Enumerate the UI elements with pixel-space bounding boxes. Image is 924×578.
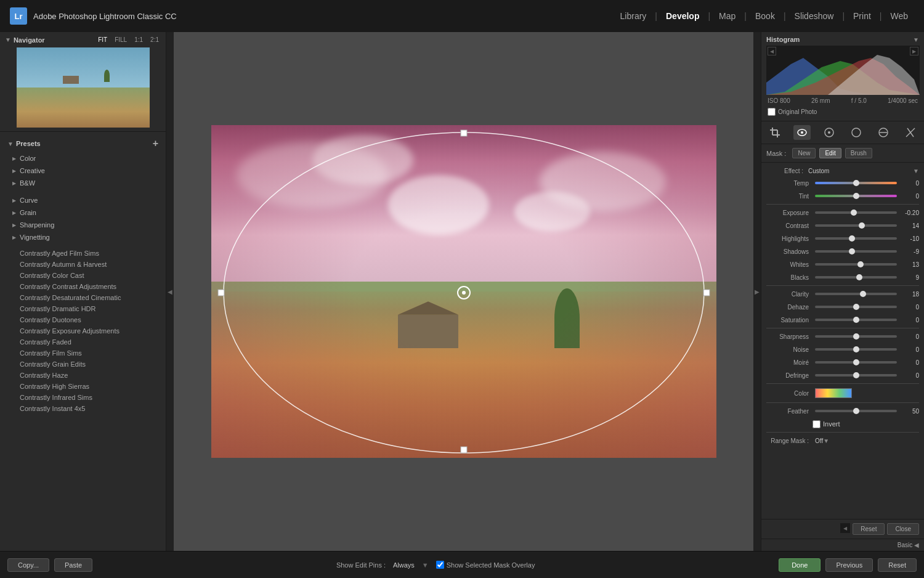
zoom-fill[interactable]: FILL (113, 36, 129, 44)
temp-slider[interactable] (815, 182, 897, 184)
mask-edit-button[interactable]: Edit (819, 148, 841, 158)
nav-library[interactable]: Library (614, 9, 653, 23)
moire-slider[interactable] (815, 361, 897, 364)
close-button[interactable]: Close (887, 523, 919, 535)
preset-item-14[interactable]: Contrastly Instant 4x5 (0, 403, 166, 414)
show-overlay-checkbox[interactable]: Show Selected Mask Overlay (436, 561, 535, 569)
original-photo-checkbox[interactable]: Original Photo (766, 107, 919, 117)
effect-dropdown-arrow[interactable]: ▼ (913, 168, 919, 174)
whites-slider[interactable] (815, 263, 897, 266)
sharpness-slider[interactable] (815, 335, 897, 338)
effect-row: Effect : Custom ▼ (766, 166, 919, 176)
shadow-warning[interactable]: ◀ (768, 47, 776, 55)
color-swatch[interactable] (815, 388, 852, 398)
preset-group-bw-header[interactable]: ▶ B&W (0, 177, 166, 189)
whites-row: Whites 13 (766, 259, 919, 270)
preset-item-12[interactable]: Contrastly High Sierras (0, 381, 166, 392)
nav-thumbnail[interactable] (17, 47, 150, 128)
highlights-slider[interactable] (815, 237, 897, 240)
main-layout: ▼ Navigator FIT FILL 1:1 2:1 (0, 32, 924, 551)
graduated-filter-tool[interactable] (821, 125, 838, 140)
exposure-slider[interactable] (815, 211, 897, 214)
preset-group-vignetting-header[interactable]: ▶ Vignetting (0, 232, 166, 243)
mask-brush-button[interactable]: Brush (845, 148, 872, 158)
paste-button[interactable]: Paste (54, 558, 92, 572)
preset-group-color: ▶ Color (0, 153, 166, 164)
svg-rect-4 (770, 129, 777, 131)
right-panel-collapse[interactable]: ▶ (753, 32, 761, 551)
clarity-slider[interactable] (815, 293, 897, 295)
feather-slider[interactable] (815, 410, 897, 412)
nav-web[interactable]: Web (884, 9, 914, 23)
noise-slider[interactable] (815, 348, 897, 351)
nav-print[interactable]: Print (847, 9, 877, 23)
zoom-fit[interactable]: FIT (96, 36, 109, 44)
app-name: Adobe Photoshop Lightroom Classic CC (33, 12, 177, 21)
invert-checkbox[interactable] (813, 420, 821, 428)
preset-group-color-header[interactable]: ▶ Color (0, 153, 166, 164)
contrast-slider[interactable] (815, 224, 897, 227)
adjustment-brush-tool[interactable] (848, 125, 865, 140)
nav-develop[interactable]: Develop (660, 9, 705, 23)
basic-section-label[interactable]: Basic ◀ (761, 539, 924, 551)
preset-group-sharpening-header[interactable]: ▶ Sharpening (0, 219, 166, 230)
camera-info: ISO 800 26 mm f / 5.0 1/4000 sec (766, 95, 919, 107)
preset-group-grain-header[interactable]: ▶ Grain (0, 207, 166, 218)
zoom-2to1[interactable]: 2:1 (148, 36, 161, 44)
photo-background (211, 125, 716, 458)
preset-item-4[interactable]: Contrastly Desaturated Cinematic (0, 292, 166, 303)
highlight-warning[interactable]: ▶ (910, 47, 918, 55)
zoom-1to1[interactable]: 1:1 (132, 36, 145, 44)
blacks-slider[interactable] (815, 276, 897, 279)
preset-item-5[interactable]: Contrastly Dramatic HDR (0, 303, 166, 314)
reset-image-button[interactable]: Reset (878, 558, 917, 572)
always-select[interactable]: Always (393, 561, 415, 569)
copy-button[interactable]: Copy... (7, 558, 49, 572)
preset-item-9[interactable]: Contrastly Film Sims (0, 348, 166, 359)
canvas-area[interactable] (174, 32, 753, 551)
defringe-slider[interactable] (815, 374, 897, 377)
radial-filter-tool[interactable] (793, 125, 811, 140)
nav-slideshow[interactable]: Slideshow (788, 9, 840, 23)
previous-button[interactable]: Previous (825, 558, 873, 572)
preset-group-creative-header[interactable]: ▶ Creative (0, 165, 166, 176)
preset-item-3[interactable]: Contrastly Contrast Adjustments (0, 281, 166, 292)
histogram-dropdown[interactable]: ▼ (913, 36, 919, 43)
preset-group-vignetting: ▶ Vignetting (0, 232, 166, 243)
preset-item-7[interactable]: Contrastly Exposure Adjustments (0, 325, 166, 336)
navigator-title: ▼ Navigator (5, 36, 45, 44)
preset-group-grain: ▶ Grain (0, 207, 166, 218)
crop-tool[interactable] (766, 125, 784, 140)
preset-item-1[interactable]: Contrastly Autumn & Harvest (0, 259, 166, 270)
bottom-right: Done Previous Reset (779, 558, 917, 572)
preset-item-2[interactable]: Contrastly Color Cast (0, 270, 166, 281)
reset-button[interactable]: Reset (853, 523, 885, 535)
saturation-slider[interactable] (815, 319, 897, 321)
preset-item-11[interactable]: Contrastly Haze (0, 370, 166, 381)
done-button[interactable]: Done (779, 558, 821, 572)
add-preset-button[interactable]: + (153, 138, 158, 149)
preset-item-8[interactable]: Contrastly Faded (0, 336, 166, 348)
left-panel-collapse[interactable]: ◀ (166, 32, 174, 551)
red-eye-tool[interactable] (902, 125, 919, 140)
preset-item-6[interactable]: Contrastly Duotones (0, 314, 166, 325)
adjustments-panel: Effect : Custom ▼ Temp 0 Tint (761, 163, 924, 519)
topbar: Lr Adobe Photoshop Lightroom Classic CC … (0, 0, 924, 32)
mask-new-button[interactable]: New (792, 148, 816, 158)
spot-removal-tool[interactable] (875, 125, 892, 140)
lr-logo: Lr (10, 7, 27, 25)
preset-item-0[interactable]: Contrastly Aged Film Sims (0, 248, 166, 259)
presets-header: ▼ Presets + (0, 136, 166, 152)
dehaze-slider[interactable] (815, 306, 897, 308)
range-mask-dropdown[interactable]: ▼ (823, 438, 829, 444)
nav-map[interactable]: Map (713, 9, 742, 23)
preset-item-13[interactable]: Contrastly Infrared Sims (0, 392, 166, 403)
preset-item-10[interactable]: Contrastly Grain Edits (0, 359, 166, 370)
nav-book[interactable]: Book (749, 9, 781, 23)
panel-footer-toggle[interactable]: ◀ (840, 523, 850, 533)
panel-footer: ◀ Reset Close (761, 519, 924, 539)
shadows-slider[interactable] (815, 250, 897, 253)
tint-slider[interactable] (815, 195, 897, 197)
preset-group-curve-header[interactable]: ▶ Curve (0, 195, 166, 206)
svg-rect-6 (772, 134, 780, 136)
